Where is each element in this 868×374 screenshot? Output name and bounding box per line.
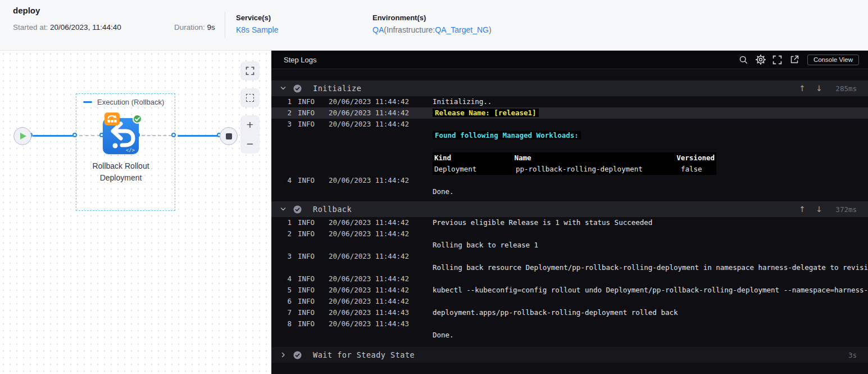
log-message: Initializing.. xyxy=(433,96,868,107)
edge-group-to-step xyxy=(79,135,101,136)
log-line[interactable]: 4INFO20/06/2023 11:44:42 xyxy=(271,175,868,186)
log-timestamp: 20/06/2023 11:44:43 xyxy=(329,307,409,318)
log-line[interactable]: 6INFO20/06/2023 11:44:42 xyxy=(271,296,868,307)
execution-header: deploy Started at: 20/06/2023, 11:44:40 … xyxy=(0,0,868,51)
log-message: Rolling back resource Deployment/pp-roll… xyxy=(433,262,868,273)
log-timestamp: 20/06/2023 11:44:42 xyxy=(329,273,409,285)
rolling-deployment-badge-icon xyxy=(104,112,120,125)
step-label: Rollback Rollout Deployment xyxy=(79,160,163,184)
infrastructure-prefix: (Infrastructure: xyxy=(384,25,435,34)
check-circle-icon xyxy=(292,84,303,93)
log-line-number: 3 xyxy=(271,251,292,262)
fit-to-screen-button[interactable] xyxy=(240,61,260,80)
log-line[interactable]: 3INFO20/06/2023 11:44:42 xyxy=(271,251,868,262)
fullscreen-button[interactable] xyxy=(769,53,786,66)
log-timestamp: 20/06/2023 11:44:42 xyxy=(329,296,409,307)
log-line[interactable]: KindNameVersioned xyxy=(271,152,868,164)
infrastructure-link[interactable]: QA_Target_NG xyxy=(435,25,489,34)
log-timestamp: 20/06/2023 11:44:42 xyxy=(329,175,409,186)
log-line[interactable] xyxy=(271,141,868,152)
log-line[interactable]: Rolling back to release 1 xyxy=(271,240,868,251)
log-sections: Initialize↑↓285ms1INFO20/06/2023 11:44:4… xyxy=(271,69,868,363)
open-in-new-button[interactable] xyxy=(786,53,803,66)
log-line[interactable]: 8INFO20/06/2023 11:44:43 xyxy=(271,318,868,330)
search-button[interactable] xyxy=(735,53,752,66)
console-title: Step Logs xyxy=(284,56,317,64)
step-logs-console: Step Logs xyxy=(271,51,868,374)
log-timestamp: 20/06/2023 11:44:42 xyxy=(329,119,409,130)
settings-button[interactable] xyxy=(752,53,769,66)
log-line[interactable]: 2INFO20/06/2023 11:44:42 xyxy=(271,228,868,240)
end-node[interactable] xyxy=(220,127,238,145)
scroll-to-bottom-button[interactable]: ↓ xyxy=(811,84,828,93)
log-section-header[interactable]: Wait for Steady State3s xyxy=(271,347,868,363)
log-level: INFO xyxy=(298,119,315,130)
collapse-dash-icon xyxy=(83,101,92,103)
scroll-to-top-button[interactable]: ↑ xyxy=(794,205,811,214)
section-duration: 285ms xyxy=(828,84,857,93)
log-line-number: 7 xyxy=(271,307,292,318)
settings-gear-icon xyxy=(755,54,766,65)
log-line[interactable]: 5INFO20/06/2023 11:44:42kubectl --kubeco… xyxy=(271,285,868,296)
edge-start-to-group xyxy=(33,135,73,137)
connector-ring xyxy=(171,133,176,137)
env-suffix: ) xyxy=(489,25,492,34)
log-line[interactable]: 2INFO20/06/2023 11:44:42Release Name: [r… xyxy=(271,107,868,119)
log-level: INFO xyxy=(298,107,315,119)
check-circle-icon xyxy=(292,351,303,359)
duration-value: 9s xyxy=(207,23,215,31)
stop-icon xyxy=(226,133,232,139)
open-in-new-icon xyxy=(790,55,799,64)
log-timestamp: 20/06/2023 11:44:42 xyxy=(329,217,409,228)
check-circle-icon xyxy=(292,205,303,214)
workload-table-row: KindNameVersioned xyxy=(433,152,716,164)
scroll-to-bottom-button[interactable]: ↓ xyxy=(811,205,828,214)
log-line[interactable]: 1INFO20/06/2023 11:44:42Initializing.. xyxy=(271,96,868,107)
log-line[interactable]: Rolling back resource Deployment/pp-roll… xyxy=(271,262,868,273)
execution-group-label[interactable]: Execution (Rollback) xyxy=(83,98,164,106)
chevron-down-icon[interactable] xyxy=(277,85,289,92)
zoom-in-button[interactable]: + xyxy=(240,115,260,134)
environments-block: Environment(s) QA(Infrastructure:QA_Targ… xyxy=(372,13,492,35)
log-section-header[interactable]: Rollback↑↓372ms xyxy=(271,201,868,217)
log-line[interactable]: Done. xyxy=(271,330,868,341)
log-message: Done. xyxy=(433,186,868,197)
marquee-select-icon xyxy=(246,94,254,102)
play-icon xyxy=(20,133,26,139)
log-message: deployment.apps/pp-rollback-rolling-depl… xyxy=(433,307,868,318)
log-message: kubectl --kubeconfig=config rollout undo… xyxy=(433,285,868,296)
log-line[interactable]: 1INFO20/06/2023 11:44:42Previous eligibl… xyxy=(271,217,868,228)
log-line-number: 4 xyxy=(271,175,292,186)
pipeline-title: deploy xyxy=(13,6,40,15)
section-duration: 3s xyxy=(828,351,857,359)
log-level: INFO xyxy=(298,217,315,228)
log-level: INFO xyxy=(298,296,315,307)
console-topbar: Step Logs xyxy=(271,51,868,69)
services-label: Service(s) xyxy=(236,13,278,22)
console-view-button[interactable]: Console View xyxy=(807,55,859,65)
log-level: INFO xyxy=(298,175,315,186)
log-section: Initialize↑↓285ms1INFO20/06/2023 11:44:4… xyxy=(271,80,868,197)
log-line[interactable]: 3INFO20/06/2023 11:44:42 xyxy=(271,119,868,130)
log-line-number: 4 xyxy=(271,273,292,285)
log-line-number: 6 xyxy=(271,296,292,307)
zoom-out-button[interactable]: − xyxy=(240,134,260,154)
start-node[interactable] xyxy=(13,127,31,145)
chevron-down-icon[interactable] xyxy=(277,206,289,213)
log-line[interactable]: Found following Managed Workloads: xyxy=(271,130,868,141)
pipeline-canvas[interactable]: Execution (Rollback) </> xyxy=(0,51,271,374)
log-section: Wait for Steady State3s xyxy=(271,347,868,363)
log-line[interactable]: Deploymentpp-rollback-rolling-deployment… xyxy=(271,164,868,175)
log-line[interactable]: 4INFO20/06/2023 11:44:42 xyxy=(271,273,868,285)
log-line[interactable]: Done. xyxy=(271,186,868,197)
chevron-right-icon[interactable] xyxy=(277,352,289,358)
log-level: INFO xyxy=(298,318,315,330)
log-level: INFO xyxy=(298,228,315,240)
marquee-select-button[interactable] xyxy=(240,88,260,107)
log-section-header[interactable]: Initialize↑↓285ms xyxy=(271,80,868,96)
environment-link[interactable]: QA xyxy=(372,25,384,34)
log-line-number: 2 xyxy=(271,107,292,119)
log-line[interactable]: 7INFO20/06/2023 11:44:43deployment.apps/… xyxy=(271,307,868,318)
service-link[interactable]: K8s Sample xyxy=(236,25,278,34)
scroll-to-top-button[interactable]: ↑ xyxy=(794,84,811,93)
